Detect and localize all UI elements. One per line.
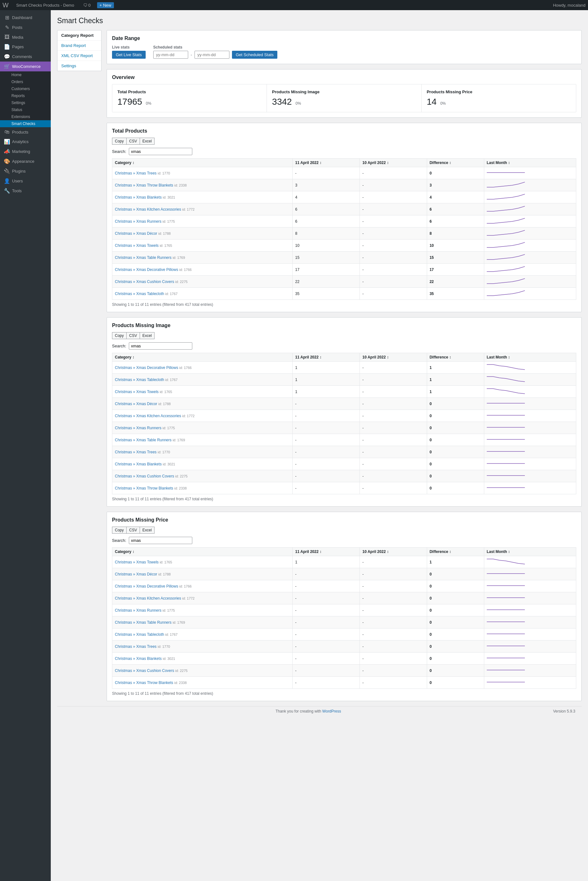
subnav-category-report[interactable]: Category Report [57, 30, 101, 40]
category-link[interactable]: Christmas » Xmas Décor [115, 402, 157, 406]
category-link[interactable]: Christmas » Xmas Trees [115, 450, 156, 454]
price-copy-btn[interactable]: Copy [112, 527, 127, 533]
category-link[interactable]: Christmas » Xmas Towels [115, 560, 159, 564]
category-link[interactable]: Christmas » Xmas Table Runners [115, 255, 172, 260]
site-name[interactable]: Smart Checks Products - Demo [14, 3, 77, 7]
sidebar-item-analytics[interactable]: 📊 Analytics [0, 137, 51, 147]
sidebar-item-comments[interactable]: 💬 Comments [0, 52, 51, 61]
category-cell: Christmas » Xmas Decorative Pillows id: … [112, 362, 292, 374]
category-id: id: 1769 [172, 256, 185, 259]
subnav-brand-report[interactable]: Brand Report [57, 40, 101, 51]
total-copy-btn[interactable]: Copy [112, 138, 127, 145]
apr11-cell: 4 [292, 191, 360, 203]
sidebar-item-tools[interactable]: 🔧 Tools [0, 186, 51, 196]
sidebar-sub-orders[interactable]: Orders [0, 78, 51, 85]
get-scheduled-stats-button[interactable]: Get Scheduled Stats [232, 51, 278, 59]
date-from-input[interactable] [153, 51, 188, 59]
missing-price-value: 14 [427, 97, 436, 106]
diff-cell: 0 [427, 653, 484, 665]
total-products-section: Total Products Copy CSV Excel Search: [106, 123, 582, 312]
category-link[interactable]: Christmas » Xmas Cushion Covers [115, 668, 174, 673]
category-link[interactable]: Christmas » Xmas Trees [115, 644, 156, 649]
sparkline-cell [484, 191, 576, 203]
subnav-xml-csv-report[interactable]: XML CSV Report [57, 51, 101, 61]
category-link[interactable]: Christmas » Xmas Table Runners [115, 438, 172, 442]
category-link[interactable]: Christmas » Xmas Tablecloth [115, 632, 164, 637]
category-link[interactable]: Christmas » Xmas Tablecloth [115, 378, 164, 382]
sidebar-item-posts[interactable]: ✎ Posts [0, 22, 51, 32]
category-link[interactable]: Christmas » Xmas Throw Blankets [115, 486, 173, 490]
sidebar-item-woocommerce[interactable]: 🛒 WooCommerce [0, 61, 51, 71]
category-link[interactable]: Christmas » Xmas Blankets [115, 656, 162, 661]
sidebar-sub-reports[interactable]: Reports [0, 92, 51, 99]
category-link[interactable]: Christmas » Xmas Tablecloth [115, 292, 164, 296]
sidebar-sub-extensions[interactable]: Extensions [0, 113, 51, 120]
total-excel-btn[interactable]: Excel [140, 138, 154, 145]
table-row: Christmas » Xmas Trees id: 1770 - - 0 [112, 167, 576, 179]
new-button[interactable]: + New [97, 2, 114, 8]
apr11-cell: - [292, 458, 360, 470]
sidebar-item-users[interactable]: 👤 Users [0, 176, 51, 186]
apr10-cell: - [360, 458, 427, 470]
category-link[interactable]: Christmas » Xmas Décor [115, 572, 157, 577]
sidebar-sub-status[interactable]: Status [0, 106, 51, 113]
category-link[interactable]: Christmas » Xmas Throw Blankets [115, 183, 173, 187]
category-cell: Christmas » Xmas Blankets id: 3021 [112, 458, 292, 470]
category-link[interactable]: Christmas » Xmas Cushion Covers [115, 280, 174, 284]
category-link[interactable]: Christmas » Xmas Blankets [115, 462, 162, 466]
category-link[interactable]: Christmas » Xmas Decorative Pillows [115, 584, 178, 589]
category-link[interactable]: Christmas » Xmas Kitchen Accessories [115, 207, 181, 211]
price-search-input[interactable] [129, 537, 192, 544]
missing-image-pct: 0% [296, 101, 301, 106]
sub-reports-label: Reports [11, 94, 25, 98]
sidebar-item-appearance[interactable]: 🎨 Appearance [0, 156, 51, 166]
category-id: id: 1775 [162, 220, 175, 223]
category-link[interactable]: Christmas » Xmas Runners [115, 426, 162, 430]
sidebar-item-plugins[interactable]: 🔌 Plugins [0, 166, 51, 176]
img-copy-btn[interactable]: Copy [112, 332, 127, 339]
category-link[interactable]: Christmas » Xmas Throw Blankets [115, 680, 173, 685]
category-link[interactable]: Christmas » Xmas Décor [115, 231, 157, 236]
wp-logo[interactable]: W [3, 1, 9, 9]
category-link[interactable]: Christmas » Xmas Runners [115, 219, 162, 224]
sidebar-sub-customers[interactable]: Customers [0, 85, 51, 92]
price-excel-btn[interactable]: Excel [140, 527, 154, 533]
sidebar-item-products[interactable]: 🛍 Products [0, 127, 51, 137]
total-csv-btn[interactable]: CSV [126, 138, 140, 145]
sidebar-sub-settings[interactable]: Settings [0, 99, 51, 106]
category-link[interactable]: Christmas » Xmas Decorative Pillows [115, 366, 178, 370]
category-link[interactable]: Christmas » Xmas Decorative Pillows [115, 267, 178, 272]
category-link[interactable]: Christmas » Xmas Trees [115, 171, 156, 175]
img-search-input[interactable] [129, 342, 192, 350]
img-csv-btn[interactable]: CSV [126, 332, 140, 339]
category-link[interactable]: Christmas » Xmas Runners [115, 608, 162, 613]
comments-count[interactable]: 🗨 0 [81, 3, 93, 7]
sub-smart-checks-label: Smart Checks [11, 121, 35, 126]
total-search-input[interactable] [129, 148, 192, 155]
apr11-cell: - [292, 628, 360, 641]
category-link[interactable]: Christmas » Xmas Towels [115, 243, 159, 248]
subnav-settings[interactable]: Settings [57, 61, 101, 71]
date-to-input[interactable] [195, 51, 230, 59]
price-csv-btn[interactable]: CSV [126, 527, 140, 533]
footer-link[interactable]: WordPress [322, 709, 341, 713]
sparkline-cell [484, 665, 576, 677]
category-link[interactable]: Christmas » Xmas Kitchen Accessories [115, 596, 181, 601]
category-link[interactable]: Christmas » Xmas Table Runners [115, 620, 172, 625]
category-link[interactable]: Christmas » Xmas Kitchen Accessories [115, 414, 181, 418]
get-live-stats-button[interactable]: Get Live Stats [112, 51, 146, 59]
category-link[interactable]: Christmas » Xmas Towels [115, 390, 159, 394]
img-excel-btn[interactable]: Excel [140, 332, 154, 339]
sidebar-sub-home[interactable]: Home [0, 71, 51, 78]
sidebar-item-pages[interactable]: 📄 Pages [0, 42, 51, 52]
sidebar-item-marketing[interactable]: 📣 Marketing [0, 147, 51, 156]
diff-cell: 0 [427, 446, 484, 458]
sidebar-item-dashboard[interactable]: ⊞ Dashboard [0, 13, 51, 22]
category-link[interactable]: Christmas » Xmas Cushion Covers [115, 474, 174, 478]
category-link[interactable]: Christmas » Xmas Blankets [115, 195, 162, 199]
apr10-cell: - [360, 446, 427, 458]
sidebar-sub-smart-checks[interactable]: Smart Checks [0, 120, 51, 127]
sidebar-item-media[interactable]: 🖼 Media [0, 32, 51, 42]
price-col-last-month: Last Month ↕ [484, 548, 576, 556]
category-id: id: 2338 [174, 681, 187, 685]
